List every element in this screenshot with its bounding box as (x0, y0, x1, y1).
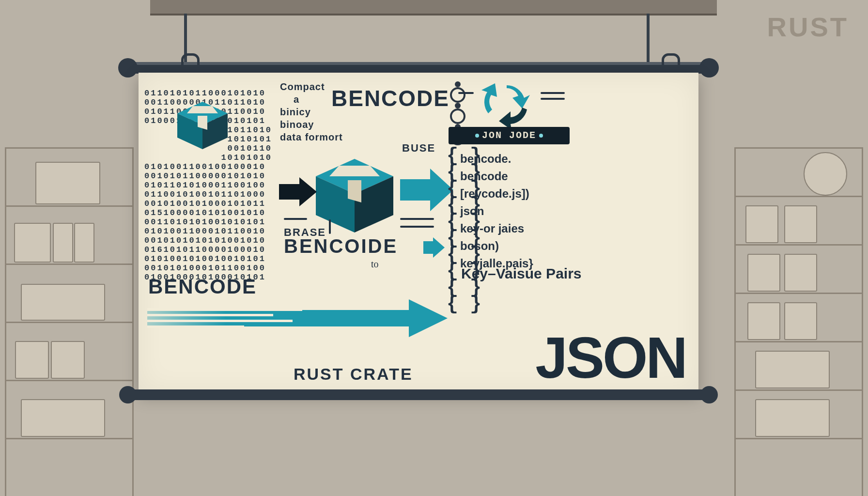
key-list-item: bencode (460, 168, 533, 185)
hanger-rod-bottom (128, 389, 709, 400)
heading-json: JSON (535, 328, 686, 387)
svg-marker-11 (400, 169, 453, 211)
key-list-item: [reycode.js]) (460, 185, 533, 202)
json-plaque: JON JODE (449, 127, 570, 144)
svg-rect-13 (147, 310, 409, 326)
label-to: to (371, 259, 379, 270)
svg-marker-18 (409, 299, 448, 337)
label-bencoide: BENCOIDE (284, 235, 398, 257)
svg-marker-10 (279, 177, 317, 206)
key-list-item: bencode. (460, 150, 533, 168)
bookshelf-right (734, 147, 863, 496)
package-box-small-icon (173, 99, 232, 152)
hanging-cable-right (647, 14, 650, 64)
label-key-value-pairs: Key–Vaisue Pairs (461, 265, 582, 282)
svg-marker-12 (423, 237, 445, 258)
svg-rect-14 (147, 308, 302, 311)
label-rust-crate: RUST CRATE (294, 365, 413, 384)
heading-bencode: BENCODE (331, 85, 450, 111)
scene-root: RUST 0110101011000101010 001100000101101… (0, 0, 868, 496)
arrowhead-right-teal-icon (423, 237, 445, 258)
txt: binoay (280, 118, 348, 131)
txt: data formort (280, 131, 348, 143)
key-list-item: key-or jaies (460, 220, 533, 237)
svg-rect-17 (147, 326, 244, 328)
arrow-right-dark-icon (279, 177, 317, 206)
key-list-item: json (460, 202, 533, 220)
svg-rect-16 (147, 320, 293, 322)
bookshelf-left (5, 147, 134, 496)
svg-rect-15 (147, 314, 273, 316)
svg-marker-9 (348, 180, 361, 202)
long-arrow-teal-icon (147, 299, 448, 334)
key-list-item: boson) (460, 237, 533, 255)
poster-sheet: 0110101011000101010 0011000001011011010 … (139, 73, 698, 392)
label-buse: BUSE (402, 142, 435, 154)
convert-cycle-icon (478, 81, 536, 130)
package-box-large-icon (311, 155, 398, 236)
hanger-rod-top (128, 62, 709, 74)
arrow-right-teal-icon (400, 169, 453, 211)
ceiling-beam (150, 0, 717, 16)
key-list: bencode.bencode[reycode.js])jsonkey-or j… (460, 150, 533, 272)
label-bencode-bottom: BENCODE (148, 275, 257, 298)
corner-brand-label: RUST (767, 14, 849, 41)
plaque-text: JON JODE (482, 130, 536, 141)
